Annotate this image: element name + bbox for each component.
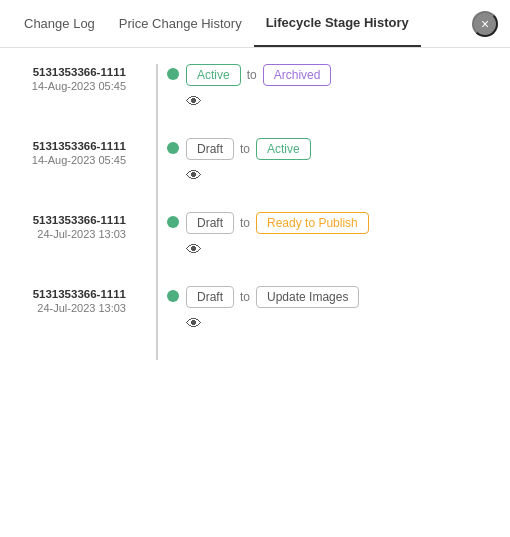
timeline-dot	[167, 142, 179, 154]
timeline-dot	[167, 216, 179, 228]
close-button[interactable]: ×	[472, 11, 498, 37]
timeline-dot	[167, 290, 179, 302]
entry-content: DrafttoUpdate Images👁	[186, 286, 359, 332]
entry-content: ActivetoArchived👁	[186, 64, 331, 110]
to-text: to	[240, 216, 250, 230]
entry-id: 5131353366-1111	[16, 66, 126, 78]
to-badge: Update Images	[256, 286, 359, 308]
eye-icon[interactable]: 👁	[186, 168, 311, 184]
timeline-entry: 5131353366-111124-Jul-2023 13:03DrafttoU…	[16, 286, 510, 332]
entry-content: DrafttoActive👁	[186, 138, 311, 184]
eye-icon[interactable]: 👁	[186, 94, 331, 110]
eye-icon[interactable]: 👁	[186, 242, 369, 258]
entry-date: 24-Jul-2023 13:03	[16, 302, 126, 314]
entry-date: 14-Aug-2023 05:45	[16, 80, 126, 92]
tabs-bar: Change LogPrice Change HistoryLifecycle …	[0, 0, 510, 48]
from-badge: Draft	[186, 212, 234, 234]
to-text: to	[240, 290, 250, 304]
entry-meta: 5131353366-111124-Jul-2023 13:03	[16, 286, 146, 314]
entry-date: 24-Jul-2023 13:03	[16, 228, 126, 240]
transition-row: DrafttoUpdate Images	[186, 286, 359, 308]
entry-meta: 5131353366-111114-Aug-2023 05:45	[16, 64, 146, 92]
to-badge: Archived	[263, 64, 332, 86]
timeline-entry: 5131353366-111114-Aug-2023 05:45DrafttoA…	[16, 138, 510, 184]
tab-price-change-history[interactable]: Price Change History	[107, 0, 254, 47]
tab-change-log[interactable]: Change Log	[12, 0, 107, 47]
transition-row: ActivetoArchived	[186, 64, 331, 86]
timeline-entry: 5131353366-111114-Aug-2023 05:45Activeto…	[16, 64, 510, 110]
to-text: to	[240, 142, 250, 156]
entry-meta: 5131353366-111124-Jul-2023 13:03	[16, 212, 146, 240]
entry-id: 5131353366-1111	[16, 140, 126, 152]
from-badge: Draft	[186, 138, 234, 160]
from-badge: Draft	[186, 286, 234, 308]
entry-date: 14-Aug-2023 05:45	[16, 154, 126, 166]
to-badge: Active	[256, 138, 311, 160]
entry-id: 5131353366-1111	[16, 214, 126, 226]
entry-meta: 5131353366-111114-Aug-2023 05:45	[16, 138, 146, 166]
transition-row: DrafttoActive	[186, 138, 311, 160]
to-text: to	[247, 68, 257, 82]
tab-lifecycle-stage-history[interactable]: Lifecycle Stage History	[254, 0, 421, 47]
timeline-entry: 5131353366-111124-Jul-2023 13:03DrafttoR…	[16, 212, 510, 258]
eye-icon[interactable]: 👁	[186, 316, 359, 332]
to-badge: Ready to Publish	[256, 212, 369, 234]
timeline-dot	[167, 68, 179, 80]
from-badge: Active	[186, 64, 241, 86]
timeline-container: 5131353366-111114-Aug-2023 05:45Activeto…	[0, 48, 510, 376]
transition-row: DrafttoReady to Publish	[186, 212, 369, 234]
entry-content: DrafttoReady to Publish👁	[186, 212, 369, 258]
entry-id: 5131353366-1111	[16, 288, 126, 300]
